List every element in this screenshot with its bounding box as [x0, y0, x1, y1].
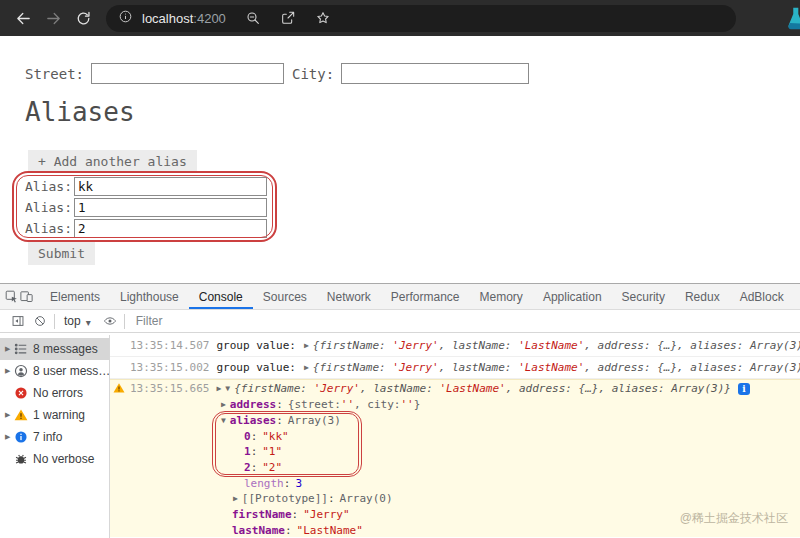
sidebar-item-info[interactable]: 7 info: [0, 426, 109, 448]
console-log-row[interactable]: 13:35:14.507 group value: {firstName: 'J…: [110, 335, 800, 357]
alias-input-2[interactable]: [74, 219, 267, 238]
tab-redux[interactable]: Redux: [675, 284, 730, 309]
tree-line-item-2[interactable]: 2: "2": [110, 460, 800, 476]
tab-clipped[interactable]: U: [794, 284, 800, 309]
warning-icon: [14, 408, 28, 422]
expand-icon[interactable]: [221, 400, 226, 409]
zoom-out-button[interactable]: [245, 10, 261, 26]
sidebar-item-label: 8 user mess…: [33, 364, 109, 378]
log-label: group value:: [216, 361, 295, 374]
alias-input-0[interactable]: [74, 177, 267, 196]
issue-info-icon[interactable]: [738, 383, 750, 395]
user-icon: [14, 364, 28, 378]
console-sidebar-toggle[interactable]: [7, 311, 29, 331]
console-warning-message: 13:35:15.665 {firstName: 'Jerry', lastNa…: [110, 379, 800, 537]
sidebar-item-all-messages[interactable]: 8 messages: [0, 338, 109, 360]
address-bar[interactable]: localhost:4200: [106, 5, 736, 32]
verbose-icon: [14, 452, 28, 466]
console-messages: 13:35:14.507 group value: {firstName: 'J…: [110, 335, 800, 538]
forward-icon: [45, 10, 62, 27]
expand-icon[interactable]: [233, 494, 238, 503]
refresh-button[interactable]: [68, 3, 98, 33]
toolbar-divider: [124, 314, 125, 329]
expand-icon[interactable]: [5, 411, 14, 419]
sidebar-item-label: No verbose: [33, 452, 94, 466]
sidebar-item-verbose[interactable]: No verbose: [0, 448, 109, 470]
tab-memory[interactable]: Memory: [470, 284, 533, 309]
add-alias-button[interactable]: + Add another alias: [28, 150, 197, 173]
console-log-row[interactable]: 13:35:15.002 group value: {firstName: 'J…: [110, 357, 800, 379]
context-selector[interactable]: top: [64, 314, 81, 328]
browser-window: localhost:4200 Street: City: Alia: [0, 0, 800, 538]
console-body: 8 messages 8 user mess… No errors: [0, 335, 800, 538]
city-label: City:: [292, 66, 334, 82]
sidebar-item-user-messages[interactable]: 8 user mess…: [0, 360, 109, 382]
forward-button[interactable]: [38, 3, 68, 33]
messages-list-icon: [14, 342, 28, 356]
tab-security[interactable]: Security: [612, 284, 675, 309]
tree-line-item-0[interactable]: 0: "kk": [110, 428, 800, 444]
device-toolbar-icon: [19, 289, 34, 304]
favorite-button[interactable]: [315, 10, 331, 26]
submit-button[interactable]: Submit: [28, 242, 95, 265]
tab-sources[interactable]: Sources: [253, 284, 317, 309]
tab-elements[interactable]: Elements: [40, 284, 110, 309]
extension-button[interactable]: [782, 5, 800, 32]
alias-input-1[interactable]: [74, 198, 267, 217]
tree-line-aliases[interactable]: aliases: Array(3): [110, 413, 800, 429]
live-expression-button[interactable]: [99, 311, 121, 331]
expand-icon[interactable]: [5, 433, 14, 441]
alias-list: Alias: Alias: Alias:: [25, 176, 267, 239]
city-input[interactable]: [341, 63, 529, 84]
tree-line-length[interactable]: length: 3: [110, 475, 800, 491]
tab-console[interactable]: Console: [189, 284, 253, 309]
url-port: :4200: [193, 11, 226, 26]
console-filter-input[interactable]: [136, 314, 793, 328]
extension-icon: [782, 5, 800, 32]
tab-performance[interactable]: Performance: [381, 284, 470, 309]
tree-line-prototype-array[interactable]: [[Prototype]]: Array(0): [110, 491, 800, 507]
page-content: Street: City: Aliases + Add another alia…: [0, 36, 800, 283]
devtools-panel: Elements Lighthouse Console Sources Netw…: [0, 283, 800, 538]
console-warning-row[interactable]: 13:35:15.665 {firstName: 'Jerry', lastNa…: [110, 380, 800, 397]
chevron-down-icon: [83, 312, 91, 330]
tab-lighthouse[interactable]: Lighthouse: [110, 284, 189, 309]
browser-toolbar: localhost:4200: [0, 0, 800, 36]
devtools-tab-bar: Elements Lighthouse Console Sources Netw…: [0, 284, 800, 310]
console-toolbar: top: [0, 310, 800, 333]
error-icon: [14, 386, 28, 400]
site-info-icon[interactable]: [118, 9, 133, 28]
clear-console-button[interactable]: [29, 311, 51, 331]
alias-label: Alias:: [25, 221, 74, 236]
device-toolbar-button[interactable]: [19, 284, 34, 309]
object-preview: {firstName: 'Jerry', lastName: 'LastName…: [234, 382, 731, 395]
sidebar-item-warnings[interactable]: 1 warning: [0, 404, 109, 426]
clear-console-icon: [33, 314, 47, 328]
zoom-out-icon: [245, 10, 261, 26]
sidebar-item-errors[interactable]: No errors: [0, 382, 109, 404]
collapse-icon[interactable]: [225, 384, 230, 393]
sidebar-item-label: 1 warning: [33, 408, 85, 422]
back-button[interactable]: [8, 3, 38, 33]
share-button[interactable]: [280, 10, 296, 26]
tree-line-item-1[interactable]: 1: "1": [110, 444, 800, 460]
tab-network[interactable]: Network: [317, 284, 381, 309]
page-title: Aliases: [25, 97, 135, 127]
expand-icon[interactable]: [216, 384, 221, 393]
inspect-element-button[interactable]: [4, 284, 19, 309]
alias-label: Alias:: [25, 179, 74, 194]
collapse-icon[interactable]: [221, 416, 226, 425]
share-icon: [280, 10, 296, 26]
expand-icon[interactable]: [304, 363, 309, 372]
back-icon: [15, 10, 32, 27]
street-input[interactable]: [91, 63, 284, 84]
tab-application[interactable]: Application: [533, 284, 612, 309]
tree-line-address[interactable]: address: {street: '', city: ''}: [110, 397, 800, 413]
refresh-icon: [75, 10, 92, 27]
expand-icon[interactable]: [5, 345, 14, 353]
tab-adblock[interactable]: AdBlock: [730, 284, 794, 309]
expand-icon[interactable]: [5, 367, 14, 375]
expand-icon[interactable]: [304, 341, 309, 350]
star-icon: [315, 10, 331, 26]
toolbar-divider: [54, 314, 55, 329]
